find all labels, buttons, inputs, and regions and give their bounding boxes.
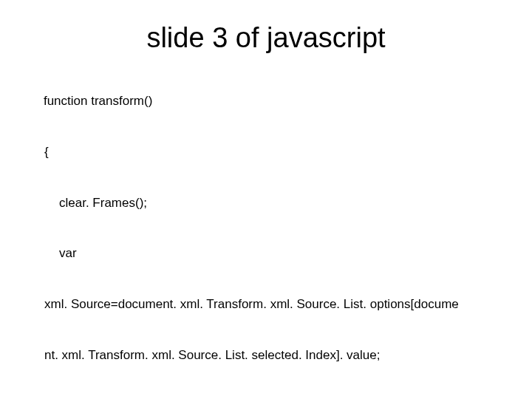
code-line: xml. Source=document. xml. Transform. xm… xyxy=(30,296,502,313)
slide-container: slide 3 of javascript function transform… xyxy=(0,0,532,399)
code-block: function transform() { clear. Frames(); … xyxy=(30,76,502,399)
code-line: { xyxy=(30,144,502,161)
code-line: clear. Frames(); xyxy=(30,195,502,212)
code-line: nt. xml. Transform. xml. Source. List. s… xyxy=(30,347,502,364)
slide-title: slide 3 of javascript xyxy=(30,22,502,54)
code-line: var xyxy=(30,245,502,262)
code-line: function transform() xyxy=(44,94,152,108)
